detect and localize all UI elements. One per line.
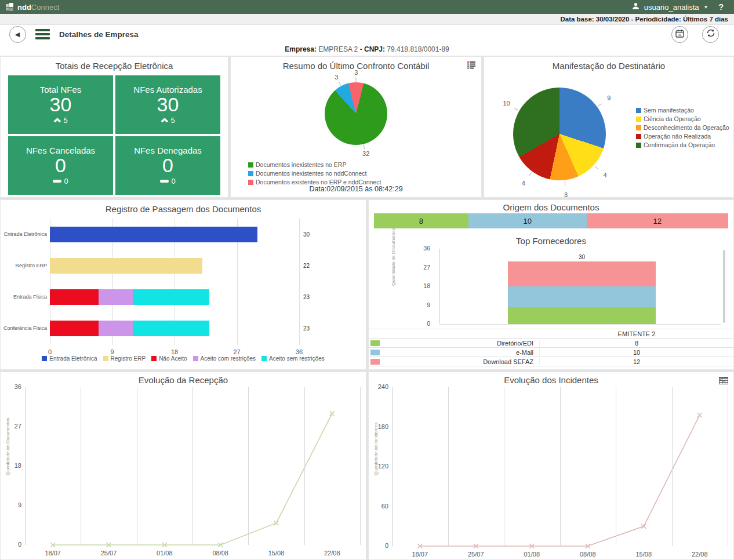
chart-scrollbar[interactable] <box>723 250 725 323</box>
table-row[interactable]: Diretório/EDI8 <box>369 338 733 347</box>
kpi-card[interactable]: Total NFes305 <box>8 75 113 134</box>
cnpj-value: 79.418.818/0001-89 <box>387 45 449 53</box>
kpi-card[interactable]: NFes Canceladas00 <box>8 136 113 195</box>
y-tick-label: 9 <box>18 501 21 508</box>
table-label-cell: Diretório/EDI <box>369 340 540 347</box>
x-tick-label: 25/07 <box>468 551 484 558</box>
category-label: Registro ERP <box>1 263 50 268</box>
legend-item[interactable]: Desconhecimento da Operação <box>636 124 729 131</box>
chart-menu-icon[interactable] <box>467 61 476 71</box>
menu-button[interactable] <box>35 29 50 39</box>
gridline <box>560 387 561 546</box>
table-label-cell: e-Mail <box>369 349 540 356</box>
legend-item[interactable]: Operação não Realizada <box>636 133 729 140</box>
x-tick-label: 15/08 <box>268 550 285 557</box>
table-value-cell: 10 <box>540 349 733 356</box>
column-segment[interactable] <box>508 307 656 324</box>
bar-segment[interactable] <box>50 227 257 242</box>
legend-label: Entrada Eletrônica <box>49 355 97 362</box>
trend-flat-icon <box>53 180 61 183</box>
x-tick-label: 15/08 <box>635 551 652 558</box>
legend-item[interactable]: Confirmação da Operação <box>636 141 729 148</box>
bar-row[interactable]: Registro ERP22 <box>1 250 366 281</box>
refresh-button[interactable] <box>702 26 719 43</box>
legend-item[interactable]: Sem manifestação <box>636 107 729 114</box>
help-button[interactable]: ? <box>718 2 724 12</box>
column-chart-fornecedores[interactable]: 30 <box>369 249 733 324</box>
line-chart-recepcao[interactable]: 0918273618/0725/0701/0808/0815/0822/08 <box>1 372 366 559</box>
pie-chart-manifestacao[interactable]: 943410 <box>513 88 606 180</box>
separator: - <box>360 45 362 53</box>
table-row[interactable]: e-Mail10 <box>369 347 733 357</box>
legend-item[interactable]: Ciência da Operação <box>636 115 729 122</box>
panel-evolucao-recepcao: Evolução da Recepção Quantidade de Docum… <box>0 372 366 560</box>
pie-value-label: 3 <box>354 69 358 76</box>
stacked-bar-origem[interactable]: 81012 <box>374 213 728 228</box>
column-stack[interactable] <box>508 261 656 324</box>
calendar-button[interactable]: 31 <box>671 26 688 43</box>
back-arrow-icon: ◀ <box>15 31 20 38</box>
app-logo[interactable]: nddConnect <box>6 2 59 12</box>
back-button[interactable]: ◀ <box>9 26 26 43</box>
pie-chart-confronto[interactable]: 3323 <box>325 82 387 145</box>
panel-manifestacao: Manifestação do Destinatário 943410 Sem … <box>484 56 734 198</box>
chevron-down-icon[interactable]: ▼ <box>704 5 708 10</box>
legend-item[interactable]: Aceito sem restrições <box>261 355 325 362</box>
pie-callout-line <box>356 77 357 82</box>
bar-segment[interactable] <box>50 258 202 274</box>
bar-track <box>50 258 299 274</box>
series-swatch <box>370 359 380 365</box>
legend-item[interactable]: Registro ERP <box>103 355 146 362</box>
bar-row[interactable]: Entrada Física23 <box>1 281 366 312</box>
kpi-delta-value: 0 <box>171 177 175 186</box>
legend-label: Ciência da Operação <box>644 115 701 122</box>
column-segment[interactable] <box>508 286 656 307</box>
origem-segment[interactable]: 8 <box>374 213 468 228</box>
bar-segment[interactable] <box>99 321 133 336</box>
table-value-cell: 12 <box>540 358 733 365</box>
table-row[interactable]: Download SEFAZ12 <box>369 357 733 366</box>
legend-item[interactable]: Não Aceito <box>151 355 187 362</box>
pie-callout-line <box>514 108 518 111</box>
series-label: Diretório/EDI <box>497 340 533 347</box>
legend-item[interactable]: Documentos inexistentes no ERP <box>248 161 346 168</box>
legend-swatch <box>636 143 641 148</box>
bar-segment[interactable] <box>99 289 133 305</box>
bar-segment[interactable] <box>50 321 99 336</box>
legend-swatch <box>636 134 641 139</box>
bar-row[interactable]: Entrada Eletrônica30 <box>1 219 366 250</box>
x-tick-label: 01/08 <box>157 550 173 557</box>
kpi-card[interactable]: NFes Autorizadas305 <box>115 75 220 134</box>
x-tick-label: 0 <box>48 348 52 355</box>
chart-legend: Documentos inexistentes no ERPDocumentos… <box>248 161 465 186</box>
series-label: e-Mail <box>516 349 533 356</box>
legend-swatch <box>103 356 108 361</box>
column-segment[interactable] <box>508 261 656 286</box>
legend-label: Não Aceito <box>159 355 187 362</box>
bar-chart-registro[interactable]: Entrada Eletrônica30Registro ERP22Entrad… <box>1 219 366 344</box>
kpi-card[interactable]: NFes Denegadas00 <box>115 136 220 195</box>
bar-segment[interactable] <box>50 289 99 305</box>
username-menu[interactable]: usuario_analista <box>644 3 699 12</box>
panel-totais-recepcao: Totais de Recepção Eletrônica Total NFes… <box>0 56 228 198</box>
legend-item[interactable]: Entrada Eletrônica <box>42 355 97 362</box>
y-tick-label: 60 <box>381 503 388 510</box>
line-chart-incidentes[interactable]: 06012018024018/0725/0701/0808/0815/0822/… <box>369 372 733 559</box>
legend-label: Registro ERP <box>111 355 146 362</box>
bar-segment[interactable] <box>133 321 209 336</box>
legend-item[interactable]: Documentos inexistentes no nddConnect <box>248 170 366 177</box>
pie-callout-line <box>529 172 532 176</box>
origem-segment[interactable]: 12 <box>587 213 728 228</box>
x-tick-label: 08/08 <box>580 551 596 558</box>
plot-area[interactable] <box>392 387 728 546</box>
bar-segment[interactable] <box>133 289 209 305</box>
origem-segment[interactable]: 10 <box>468 213 587 228</box>
x-tick-label: 08/08 <box>212 550 228 557</box>
category-label: Entrada Física <box>1 294 50 300</box>
legend-swatch <box>151 356 157 361</box>
bar-row[interactable]: Conferência Física23 <box>1 312 366 344</box>
y-tick-label: 27 <box>14 423 21 430</box>
category-label: Conferência Física <box>1 325 50 331</box>
legend-item[interactable]: Aceito com restrições <box>193 355 256 362</box>
plot-area[interactable] <box>25 387 360 545</box>
